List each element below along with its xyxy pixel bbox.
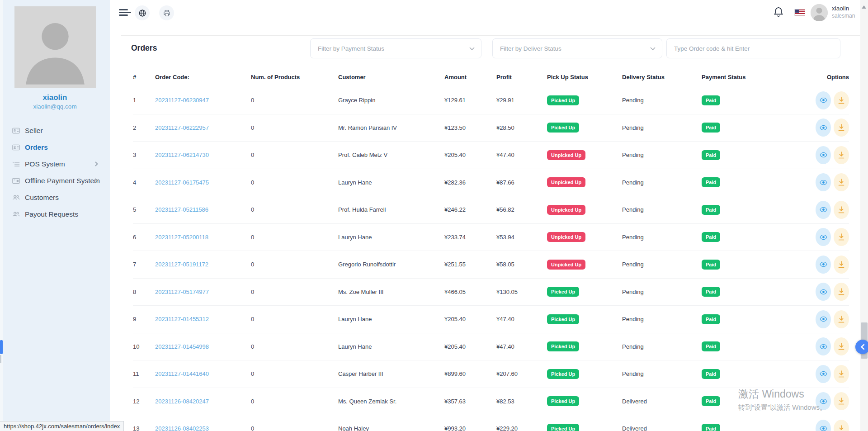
customer-name: Lauryn Hane (338, 234, 444, 241)
row-number: 13 (133, 425, 155, 431)
download-invoice-button[interactable] (834, 420, 849, 431)
sidebar-item-label: POS System (25, 160, 65, 168)
download-invoice-button[interactable] (834, 392, 849, 410)
view-order-button[interactable] (816, 228, 831, 246)
view-order-button[interactable] (816, 91, 831, 109)
view-order-button[interactable] (816, 173, 831, 191)
download-invoice-button[interactable] (834, 256, 849, 274)
order-code-link[interactable]: 20231127-06222957 (155, 124, 251, 131)
download-invoice-button[interactable] (834, 310, 849, 328)
topbar-avatar[interactable] (811, 4, 828, 21)
view-order-button[interactable] (816, 283, 831, 301)
amount: ¥246.22 (444, 206, 496, 213)
payment-status-filter-label: Filter by Payment Status (318, 45, 384, 52)
order-code-link[interactable]: 20231127-05200118 (155, 234, 251, 241)
amount: ¥123.50 (444, 124, 496, 131)
delivery-status: Pending (622, 370, 702, 377)
sidebar-nav: SellerOrdersPOS SystemOffline Payment Sy… (0, 122, 110, 223)
view-order-button[interactable] (816, 146, 831, 164)
view-order-button[interactable] (816, 420, 831, 431)
topbar-user-info[interactable]: xiaolin salesman (832, 5, 855, 19)
column-header: Num. of Products (251, 74, 338, 81)
order-code-link[interactable]: 20231127-05191172 (155, 261, 251, 268)
download-invoice-button[interactable] (834, 337, 849, 355)
pickup-status-badge: Unpicked Up (547, 177, 585, 187)
num-products: 0 (251, 370, 338, 377)
view-order-button[interactable] (816, 392, 831, 410)
row-number: 1 (133, 97, 155, 104)
notifications-button[interactable] (773, 6, 784, 19)
download-invoice-button[interactable] (834, 283, 849, 301)
download-icon (838, 152, 844, 159)
collapse-panel-button[interactable] (855, 340, 868, 354)
profile-avatar (14, 6, 96, 88)
table-row: 320231127-062147300Prof. Caleb Metz V¥20… (133, 142, 849, 169)
eye-icon (820, 344, 827, 350)
pickup-status-badge: Picked Up (547, 396, 579, 406)
language-globe-button[interactable] (135, 5, 150, 20)
profit: ¥229.20 (496, 425, 547, 431)
amount: ¥129.61 (444, 97, 496, 104)
download-invoice-button[interactable] (834, 173, 849, 191)
sidebar-item-seller[interactable]: Seller (0, 122, 110, 139)
download-icon (838, 343, 844, 350)
profile-name: xiaolin (0, 93, 110, 102)
page-scrollbar[interactable] (860, 0, 868, 431)
download-invoice-button[interactable] (834, 91, 849, 109)
view-order-button[interactable] (816, 201, 831, 219)
customer-name: Prof. Hulda Farrell (338, 206, 444, 213)
profit: ¥56.82 (496, 206, 547, 213)
order-code-link[interactable]: 20231126-08420247 (155, 398, 251, 405)
sidebar-item-customers[interactable]: Customers (0, 189, 110, 206)
sidebar-item-label: Orders (25, 143, 48, 152)
delivery-status: Pending (622, 124, 702, 131)
download-invoice-button[interactable] (834, 228, 849, 246)
pickup-status-badge: Picked Up (547, 369, 579, 379)
order-code-link[interactable]: 20231127-06230947 (155, 97, 251, 104)
sidebar-item-label: Seller (25, 127, 43, 135)
view-order-button[interactable] (816, 365, 831, 383)
status-url: https://shop.42jx.com/salesman/orders/in… (4, 423, 120, 430)
order-code-link[interactable]: 20231127-05211586 (155, 206, 251, 213)
users-icon (12, 194, 20, 201)
order-code-link[interactable]: 20231126-08402253 (155, 425, 251, 431)
num-products: 0 (251, 124, 338, 131)
download-invoice-button[interactable] (834, 118, 849, 137)
amount: ¥282.36 (444, 179, 496, 186)
view-order-button[interactable] (816, 256, 831, 274)
person-silhouette-icon (811, 4, 828, 21)
sidebar-item-label: Customers (25, 194, 59, 202)
download-invoice-button[interactable] (834, 201, 849, 219)
pickup-status-badge: Unpicked Up (547, 205, 585, 215)
order-code-search-input[interactable] (666, 38, 840, 58)
users-icon (12, 210, 20, 218)
sidebar-item-orders[interactable]: Orders (0, 139, 110, 156)
sidebar-item-offline-payment-system[interactable]: Offline Payment System (0, 172, 110, 189)
order-code-link[interactable]: 20231127-01454998 (155, 343, 251, 350)
view-order-button[interactable] (816, 118, 831, 137)
sidebar-item-pos-system[interactable]: POS System (0, 156, 110, 172)
payment-status-badge: Paid (702, 95, 720, 105)
menu-toggle-icon[interactable] (119, 9, 132, 16)
view-order-button[interactable] (816, 337, 831, 355)
download-invoice-button[interactable] (834, 146, 849, 164)
order-code-link[interactable]: 20231127-01455312 (155, 316, 251, 322)
download-icon (838, 398, 844, 405)
amount: ¥466.05 (444, 289, 496, 295)
download-invoice-button[interactable] (834, 365, 849, 383)
delivery-status: Pending (622, 234, 702, 241)
payment-status-filter[interactable]: Filter by Payment Status (310, 38, 481, 58)
sidebar-item-payout-requests[interactable]: Payout Requests (0, 206, 110, 223)
order-code-link[interactable]: 20231127-01441640 (155, 370, 251, 377)
sidebar-scrollbar-thumb[interactable] (0, 340, 3, 354)
order-code-link[interactable]: 20231127-06175475 (155, 179, 251, 186)
order-code-link[interactable]: 20231127-06214730 (155, 152, 251, 158)
us-flag-icon[interactable] (795, 9, 805, 15)
print-button[interactable] (159, 5, 174, 20)
deliver-status-filter[interactable]: Filter by Deliver Status (492, 38, 662, 58)
download-icon (838, 370, 844, 378)
view-order-button[interactable] (816, 310, 831, 328)
order-code-link[interactable]: 20231127-05174977 (155, 289, 251, 295)
scrollbar-up-arrow-icon[interactable] (862, 5, 866, 9)
table-row: 1220231126-084202470Ms. Queen Zemlak Sr.… (133, 388, 849, 416)
